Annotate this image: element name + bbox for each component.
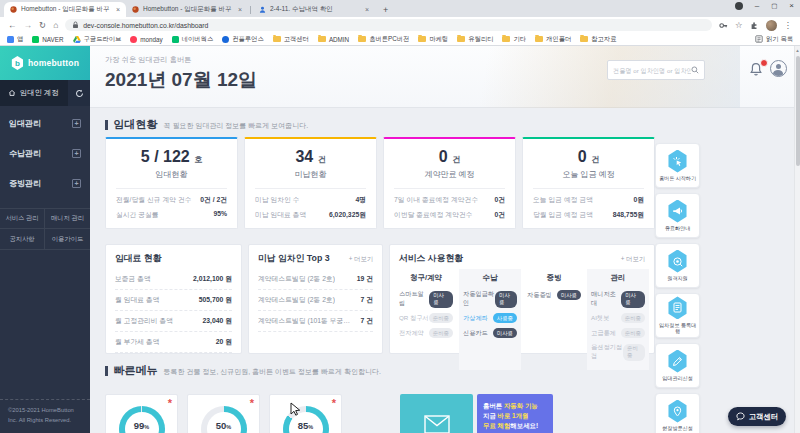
service-item[interactable]: 매니저초대미사용 <box>591 290 645 308</box>
service-item[interactable]: 자동입금확인미사용 <box>463 290 517 308</box>
new-tab-button[interactable]: + <box>383 5 388 15</box>
sidebar-item-collection-mgmt[interactable]: 수납관리 + <box>0 141 90 166</box>
rail-rental-mgmt-apply[interactable]: 임대관리신청 <box>655 343 700 388</box>
service-item[interactable]: 신용카드미사용 <box>463 328 517 338</box>
vacancy-stat-card-2[interactable]: * 50%공실률 통계 <box>187 394 260 433</box>
card-overdue-status[interactable]: 34 건 미납현황 미납 임차인 수4명 미납 임대료 총액6,020,325원 <box>244 137 377 229</box>
window-maximize-button[interactable]: ▢ <box>771 2 777 10</box>
card-contract-expiry[interactable]: 0 건 계약만료 예정 7일 이내 종료예정 계약건수0건 이번달 종료예정 계… <box>383 137 516 229</box>
url-bar[interactable]: dev-console.homebutton.co.kr/dashboard <box>65 19 712 31</box>
account-selector[interactable]: 임대인 계정 <box>0 80 68 106</box>
window-close-button[interactable]: × <box>789 1 794 10</box>
extensions-icon[interactable] <box>750 21 759 30</box>
reading-list-button[interactable]: 읽기 목록 <box>755 35 793 44</box>
bookmark-apps[interactable]: 앱 <box>7 35 23 44</box>
more-link[interactable]: + 더보기 <box>349 255 373 264</box>
rail-tenant-registration[interactable]: 임차정보 등록대행 <box>655 293 700 338</box>
bookmark-naver[interactable]: NAVER <box>32 36 63 43</box>
bookmark-folder-pc[interactable]: 홈버튼PC버전 <box>358 35 409 44</box>
card-rental-status[interactable]: 5 / 122 호 임대현황 전월/당월 신규 계약 건수0건 / 2건 실시간… <box>105 137 238 229</box>
sidebar-link-manager-mgmt[interactable]: 매니저 관리 <box>45 209 90 229</box>
bookmark-folder-util[interactable]: 유틸리티 <box>457 35 493 44</box>
status-badge: 미사용 <box>621 291 645 308</box>
bookmark-folder-cs[interactable]: 고객센터 <box>273 35 309 44</box>
bookmark-drive[interactable]: 구글드라이브 <box>73 35 122 44</box>
service-item[interactable]: 고급통계준비중 <box>591 328 645 338</box>
tab-close-icon[interactable]: × <box>365 6 369 13</box>
homebutton-logo[interactable]: b homebutton <box>0 46 90 80</box>
bookmark-folder-personal[interactable]: 개인폴더 <box>535 35 571 44</box>
vacancy-stat-card-3[interactable]: * 85%공실률 통계 <box>269 394 342 433</box>
page-scrollbar[interactable]: ▲ <box>794 46 800 433</box>
user-avatar[interactable] <box>770 60 787 77</box>
service-item[interactable]: 스마트알림미사용 <box>399 290 453 308</box>
browser-tab-2[interactable]: Homebutton - 임대문화를 바꾸 × <box>126 2 248 17</box>
bookmark-folder-ref[interactable]: 참고자료 <box>580 35 616 44</box>
overdue-row[interactable]: 계약테스트빌딩 (2동 2호)7 건 <box>258 290 373 311</box>
folder-icon <box>502 36 510 42</box>
bookmark-folder-admin[interactable]: ADMIN <box>318 36 349 43</box>
browser-tab-3[interactable]: 2-4-11. 수납내역 확인 × <box>253 2 375 17</box>
browser-profile-avatar[interactable] <box>766 20 777 31</box>
service-item[interactable]: 자동증빙미사용 <box>527 290 581 300</box>
service-item[interactable]: 옵션정기점검준비중 <box>591 343 645 361</box>
overdue-row[interactable]: 계약테스트빌딩 (101동 무궁화호)7 건 <box>258 311 373 332</box>
service-item[interactable]: QR 청구서준비중 <box>399 313 453 323</box>
bookmark-monday[interactable]: monday <box>130 36 162 43</box>
window-minimize-button[interactable]: – <box>755 1 759 10</box>
status-badge: 준비중 <box>429 313 453 323</box>
forward-icon[interactable]: → <box>24 20 33 30</box>
message-banner[interactable] <box>400 394 473 433</box>
reload-icon[interactable]: ↻ <box>39 20 46 30</box>
service-item[interactable]: 전자계약준비중 <box>399 328 453 338</box>
status-badge: 미사용 <box>429 291 453 308</box>
service-item[interactable]: AI챗봇준비중 <box>591 313 645 323</box>
bookmark-star-icon[interactable]: ☆ <box>735 20 743 30</box>
floating-rail: 홈버튼 시작하기 유료화안내 원격지원 임차정보 등록대행 임대관리신청 현장방… <box>655 143 700 433</box>
overdue-row[interactable]: 계약테스트빌딩 (2동 2호)19 건 <box>258 269 373 290</box>
bookmark-naverworks[interactable]: 네이버웍스 <box>172 35 213 44</box>
card-value: 34 건 <box>245 148 376 166</box>
rail-remote-support[interactable]: 원격지원 <box>655 243 700 288</box>
account-refresh-button[interactable] <box>68 80 90 106</box>
notifications-button[interactable] <box>749 62 765 78</box>
home-icon[interactable]: ⌂ <box>53 20 58 30</box>
card-value: 5 / 122 호 <box>106 148 237 166</box>
expand-plus-icon[interactable]: + <box>72 119 81 128</box>
expand-plus-icon[interactable]: + <box>72 149 81 158</box>
key-icon[interactable] <box>719 21 728 30</box>
sidebar-link-service-mgmt[interactable]: 서비스 관리 <box>0 209 45 229</box>
scrollbar-thumb[interactable] <box>796 56 800 166</box>
sidebar-link-guide[interactable]: 이용가이드 <box>45 229 90 249</box>
back-icon[interactable]: ← <box>8 20 17 30</box>
search-input[interactable] <box>613 67 691 74</box>
service-col-management: 관리 매니저초대미사용 AI챗봇준비중 고급통계준비중 옵션정기점검준비중 <box>587 269 649 370</box>
sidebar-link-notice[interactable]: 공지사항 <box>0 229 45 249</box>
browser-tab-1[interactable]: Homebutton - 임대문화를 바꾸 × <box>4 2 126 17</box>
tab-close-icon[interactable]: × <box>116 6 120 13</box>
vacancy-stat-card-1[interactable]: * 99%공실률 통계 <box>105 394 178 433</box>
bookmark-confluence[interactable]: 컨플루언스 <box>222 35 263 44</box>
rail-pricing-info[interactable]: 유료화안내 <box>655 193 700 238</box>
sidebar-item-rental-mgmt[interactable]: 임대관리 + <box>0 111 90 136</box>
service-item[interactable]: 가상계좌사용중 <box>463 313 517 323</box>
refresh-icon <box>75 89 84 98</box>
customer-support-button[interactable]: 고객센터 <box>728 407 786 426</box>
search-icon[interactable] <box>691 66 699 74</box>
panel-title: 미납 임차인 Top 3 <box>258 253 330 265</box>
search-box[interactable] <box>607 60 705 80</box>
expand-plus-icon[interactable]: + <box>72 179 81 188</box>
service-col-collection: 수납 자동입금확인미사용 가상계좌사용중 신용카드미사용 <box>459 269 521 370</box>
bookmark-folder-marketing[interactable]: 마케팅 <box>418 35 448 44</box>
scroll-up-icon[interactable]: ▲ <box>795 46 800 55</box>
browser-menu-icon[interactable]: ⋮ <box>784 20 793 30</box>
bookmark-folder-etc[interactable]: 기타 <box>502 35 526 44</box>
tab-close-icon[interactable]: × <box>238 6 242 13</box>
sidebar-item-proof-mgmt[interactable]: 증빙관리 + <box>0 171 90 196</box>
rail-start-homebutton[interactable]: 홈버튼 시작하기 <box>655 143 700 188</box>
more-link[interactable]: + 더보기 <box>621 255 645 264</box>
rail-site-visit-apply[interactable]: 현장방문신청 <box>655 393 700 433</box>
card-today-deposit[interactable]: 0 건 오늘 입금 예정 오늘 입금 예정 금액0원 당월 입금 예정 금액84… <box>522 137 655 229</box>
promo-banner[interactable]: 홈버튼 자동화 기능 지금 바로 1개월 무료 체험해보세요! <box>477 394 553 433</box>
envelope-icon <box>424 415 450 433</box>
